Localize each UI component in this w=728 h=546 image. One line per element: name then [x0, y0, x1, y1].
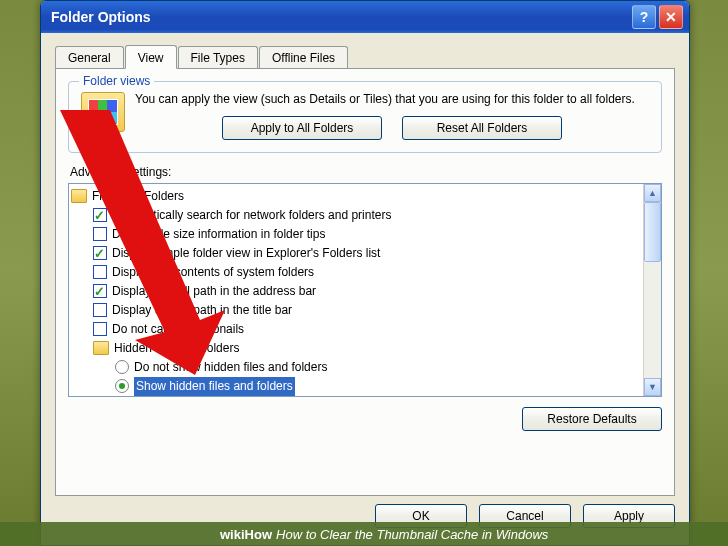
titlebar[interactable]: Folder Options ? ✕	[41, 1, 689, 33]
tree-item[interactable]: Display the full path in the address bar	[71, 282, 641, 301]
folder-views-icon	[81, 92, 125, 132]
scroll-thumb[interactable]	[644, 202, 661, 262]
checkbox-icon[interactable]	[93, 284, 107, 298]
tree-root-label: Files and Folders	[92, 187, 184, 206]
tab-strip: General View File Types Offline Files	[41, 33, 689, 68]
help-button[interactable]: ?	[632, 5, 656, 29]
folder-icon	[93, 341, 109, 355]
reset-all-folders-button[interactable]: Reset All Folders	[402, 116, 562, 140]
window-title: Folder Options	[47, 9, 629, 25]
folder-views-group: Folder views You can apply the view (suc…	[68, 81, 662, 153]
tab-view[interactable]: View	[125, 45, 177, 69]
vertical-scrollbar[interactable]: ▲ ▼	[643, 184, 661, 396]
advanced-settings-label: Advanced settings:	[70, 165, 662, 179]
tree-item[interactable]: Display file size information in folder …	[71, 225, 641, 244]
tab-offline-files[interactable]: Offline Files	[259, 46, 348, 69]
checkbox-icon[interactable]	[93, 303, 107, 317]
checkbox-icon[interactable]	[93, 246, 107, 260]
apply-to-all-folders-button[interactable]: Apply to All Folders	[222, 116, 382, 140]
scroll-track[interactable]	[644, 202, 661, 378]
folder-icon	[71, 189, 87, 203]
folder-views-description: You can apply the view (such as Details …	[135, 92, 649, 108]
scroll-down-button[interactable]: ▼	[644, 378, 661, 396]
tree-root[interactable]: Files and Folders	[71, 187, 641, 206]
tree-item[interactable]: Display simple folder view in Explorer's…	[71, 244, 641, 263]
close-button[interactable]: ✕	[659, 5, 683, 29]
tab-file-types[interactable]: File Types	[178, 46, 258, 69]
radio-show-hidden[interactable]: Show hidden files and folders	[71, 377, 641, 396]
wikihow-caption-bar: wikiHow How to Clear the Thumbnail Cache…	[0, 522, 728, 546]
tab-general[interactable]: General	[55, 46, 124, 69]
tree-body: Files and Folders Automatically search f…	[69, 184, 643, 396]
radio-do-not-show-hidden[interactable]: Do not show hidden files and folders	[71, 358, 641, 377]
restore-defaults-button[interactable]: Restore Defaults	[522, 407, 662, 431]
checkbox-icon[interactable]	[93, 208, 107, 222]
checkbox-icon[interactable]	[93, 322, 107, 336]
tab-panel-view: Folder views You can apply the view (suc…	[55, 68, 675, 496]
checkbox-icon[interactable]	[93, 265, 107, 279]
tree-group-hidden[interactable]: Hidden files and folders	[71, 339, 641, 358]
advanced-settings-tree[interactable]: Files and Folders Automatically search f…	[68, 183, 662, 397]
wikihow-logo-text: wikiHow	[220, 527, 272, 542]
radio-icon[interactable]	[115, 360, 129, 374]
scroll-up-button[interactable]: ▲	[644, 184, 661, 202]
tree-item[interactable]: Automatically search for network folders…	[71, 206, 641, 225]
radio-icon[interactable]	[115, 379, 129, 393]
folder-views-title: Folder views	[79, 74, 154, 88]
folder-options-dialog: Folder Options ? ✕ General View File Typ…	[40, 0, 690, 546]
wikihow-caption: How to Clear the Thumbnail Cache in Wind…	[276, 527, 548, 542]
tree-item[interactable]: Display the full path in the title bar	[71, 301, 641, 320]
checkbox-icon[interactable]	[93, 227, 107, 241]
tree-item[interactable]: Do not cache thumbnails	[71, 320, 641, 339]
tree-item[interactable]: Display the contents of system folders	[71, 263, 641, 282]
